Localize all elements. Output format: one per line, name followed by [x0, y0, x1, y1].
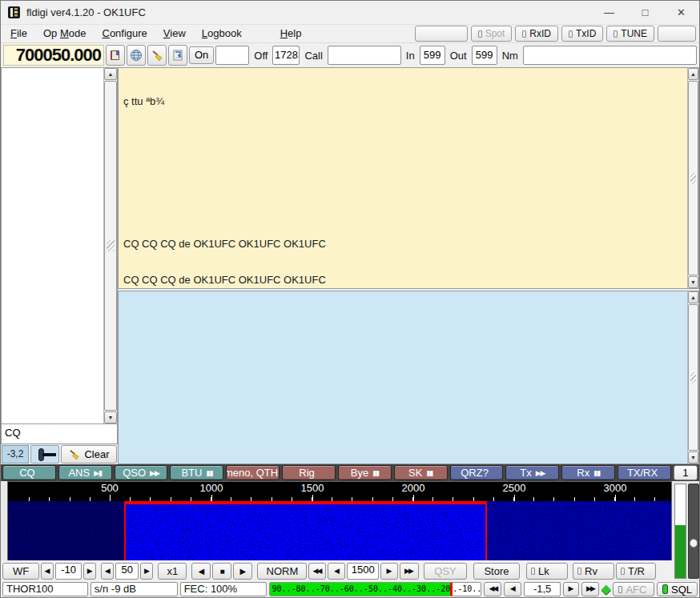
carrier-up-fast-button[interactable]: ▶▶ [400, 563, 419, 580]
clear-qso-button[interactable] [147, 45, 167, 66]
time-off-field[interactable]: 1728 [272, 46, 300, 65]
tune-toggle[interactable]: TUNE [606, 26, 654, 42]
lock-toggle[interactable]: Lk [526, 563, 568, 580]
refspeed-field[interactable]: 50 [115, 563, 139, 580]
rst-out-field[interactable]: 599 [472, 46, 497, 65]
bandwidth-marker-right [485, 501, 487, 560]
refspeed-up-button[interactable]: ▶ [140, 563, 153, 580]
store-button[interactable]: Store [473, 563, 520, 580]
scroll-up-icon[interactable]: ▲ [104, 68, 117, 80]
signal-browser-pane[interactable]: ▲ ▼ [1, 67, 118, 424]
txrx-toggle[interactable]: T/R [616, 563, 656, 580]
close-button[interactable]: ✕ [663, 1, 699, 24]
mode-status-button[interactable]: THOR100 [2, 582, 88, 596]
macro-btu[interactable]: BTU▮▮ [170, 465, 223, 480]
squelch-thumb[interactable] [690, 539, 698, 548]
browser-clear-button[interactable]: Clear [61, 445, 117, 464]
rxid-toggle[interactable]: RxID [515, 26, 558, 42]
carrier-up-button[interactable]: ▶ [380, 563, 398, 580]
call-field[interactable] [328, 46, 401, 65]
txid-toggle[interactable]: TxID [561, 26, 603, 42]
macro-sk[interactable]: SK▮▮ [394, 465, 448, 480]
menu-logbook[interactable]: Logbook [194, 25, 250, 42]
macro-cq[interactable]: CQ [2, 465, 56, 480]
time-on-field[interactable] [215, 46, 249, 65]
scroll-up-icon[interactable]: ▲ [688, 68, 698, 80]
offset-up-button[interactable]: ▶ [563, 582, 579, 596]
clear-label: Clear [84, 448, 109, 460]
waterfall-display[interactable] [8, 501, 671, 560]
carrier-down-fast-button[interactable]: ◀◀ [308, 563, 326, 580]
left-shift-button[interactable]: ◀ [191, 563, 211, 580]
save-button[interactable] [168, 45, 187, 66]
frequency-display[interactable]: 700050.000 [3, 45, 104, 66]
macro-ans[interactable]: ANS▶▮ [58, 465, 112, 480]
txrx-indicator [621, 568, 625, 575]
browser-scrollbar[interactable]: ▲ ▼ [103, 68, 117, 423]
right-shift-button[interactable]: ▶ [233, 563, 252, 580]
ampspan-down-button[interactable]: ◀ [41, 563, 54, 580]
minimize-button[interactable]: — [591, 1, 627, 24]
tx-scrollbar[interactable]: ▲ ▼ [687, 291, 698, 464]
menu-op-mode[interactable]: Op Mode [35, 25, 95, 42]
sql-toggle[interactable]: SQL [657, 582, 698, 596]
menu-configure[interactable]: Configure [94, 25, 155, 42]
scroll-thumb[interactable] [688, 304, 698, 451]
scroll-up-icon[interactable]: ▲ [688, 291, 698, 303]
scroll-thumb[interactable] [104, 81, 117, 411]
scroll-down-icon[interactable]: ▼ [688, 452, 698, 464]
rxid-indicator [522, 30, 526, 38]
carrier-frequency-field[interactable]: 1500 [347, 563, 379, 580]
titlebar[interactable]: fldigi ver4.1.20 - OK1UFC — □ ✕ [1, 1, 699, 25]
menu-help[interactable]: Help [272, 25, 310, 42]
logbook-button[interactable] [106, 45, 125, 66]
scroll-thumb[interactable] [688, 81, 698, 275]
macro-qrz[interactable]: QRZ? [450, 465, 504, 480]
macro-rig[interactable]: Rig [282, 465, 336, 480]
scroll-down-icon[interactable]: ▼ [104, 411, 117, 423]
offset-up-fast-button[interactable]: ▶▶ [581, 582, 599, 596]
wf-mode-button[interactable]: WF [2, 563, 39, 580]
signal-browser-list[interactable] [2, 68, 103, 423]
reverse-toggle[interactable]: Rv [573, 563, 614, 580]
browser-button[interactable] [127, 45, 146, 66]
left-column: ▲ ▼ CQ -3,2 Clear [1, 67, 118, 464]
macro-txrx[interactable]: TX/RX [618, 465, 671, 480]
broom-icon [68, 448, 80, 460]
macro-bye[interactable]: Bye▮▮ [338, 465, 392, 480]
maximize-button[interactable]: □ [627, 1, 663, 24]
offset-down-button[interactable]: ◀ [504, 582, 521, 596]
scroll-down-icon[interactable]: ▼ [688, 276, 698, 288]
zoom-button[interactable]: x1 [158, 563, 187, 580]
tx-text[interactable] [119, 291, 687, 464]
carrier-down-button[interactable]: ◀ [328, 563, 345, 580]
browser-attenuation-slider[interactable] [30, 445, 59, 464]
refspeed-down-button[interactable]: ◀ [101, 563, 114, 580]
frequency-offset-field[interactable]: -1,5 [524, 582, 561, 596]
macro-glyph: ▶▶ [150, 469, 159, 477]
browser-search-input[interactable]: CQ [1, 424, 118, 444]
menu-file[interactable]: File [2, 25, 35, 42]
macro-rx[interactable]: Rx▮▮ [561, 465, 615, 480]
squelch-slider[interactable] [688, 484, 699, 579]
macro-jmeno-qth[interactable]: Jmeno, QTH▶ [226, 465, 280, 480]
tx-pane[interactable]: ▲ ▼ [118, 291, 699, 464]
rst-in-field[interactable]: 599 [420, 46, 445, 65]
wf-speed-button[interactable]: NORM [257, 563, 307, 580]
scale-label: 1000 [200, 482, 223, 494]
center-stop-button[interactable]: ■ [212, 563, 231, 580]
offset-down-fast-button[interactable]: ◀◀ [484, 582, 501, 596]
name-field[interactable] [523, 46, 697, 65]
rx-text[interactable]: ç ttu ªb¾ CQ CQ CQ de OK1UFC OK1UFC OK1U… [119, 68, 687, 288]
macro-tx[interactable]: Tx▶▶ [505, 465, 559, 480]
menu-view[interactable]: View [155, 25, 194, 42]
rx-line [123, 203, 682, 215]
macro-qso[interactable]: QSO▶▶ [115, 465, 168, 480]
qso-on-button[interactable]: On [189, 46, 214, 64]
browser-attenuation-value[interactable]: -3,2 [2, 445, 29, 464]
ampspan-up-button[interactable]: ▶ [83, 563, 96, 580]
rx-scrollbar[interactable]: ▲ ▼ [687, 68, 698, 288]
macro-set-button[interactable]: 1 [674, 465, 698, 480]
ampspan-field[interactable]: -10 [55, 563, 82, 580]
rx-pane[interactable]: ç ttu ªb¾ CQ CQ CQ de OK1UFC OK1UFC OK1U… [118, 67, 699, 289]
